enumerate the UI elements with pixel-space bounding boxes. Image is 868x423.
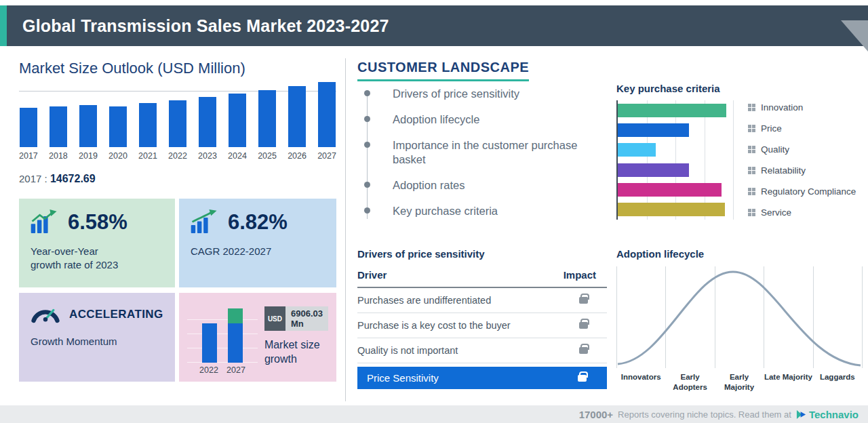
year-label: 2019 — [79, 151, 98, 161]
kpc-bar-relatability — [618, 163, 689, 177]
stat-cards: 6.58% Year-over-Yeargrowth rate of 2023 … — [19, 199, 336, 382]
cagr-caption: CAGR 2022-2027 — [191, 245, 325, 258]
market-size-bar-group: 2020 — [108, 106, 127, 161]
market-size-bar-group: 2021 — [138, 103, 157, 161]
yoy-growth-caption: Year-over-Yeargrowth rate of 2023 — [31, 245, 163, 272]
year-label: 2018 — [49, 151, 68, 161]
kpc-bar-regulatory-compliance — [618, 183, 722, 197]
customer-landscape-item: Adoption rates — [364, 178, 603, 193]
mini-bar-growth-segment — [228, 308, 243, 323]
footer-text: Reports covering niche topics. Read them… — [618, 409, 791, 420]
timeline-label: Adoption rates — [393, 179, 465, 191]
kpc-gridline — [647, 100, 648, 220]
legend-item: Price — [748, 123, 856, 134]
legend-grid-icon — [748, 188, 755, 195]
kpc-bar-innovation — [618, 104, 726, 117]
year-label: 2021 — [138, 151, 157, 161]
customer-landscape-list: Drivers of price sensitivityAdoption lif… — [364, 87, 603, 230]
timeline-dot — [364, 207, 370, 214]
legend-item: Service — [748, 207, 856, 218]
year-label: 2023 — [198, 151, 217, 161]
market-size-bar-group: 2024 — [228, 94, 247, 161]
adoption-stage-labels: InnovatorsEarly AdoptersEarly MajorityLa… — [616, 372, 862, 392]
header: Global Transmission Sales Market 2023-20… — [0, 5, 868, 46]
adoption-lifecycle-title: Adoption lifecycle — [616, 248, 862, 260]
bar-chart-up-arrow-icon — [31, 209, 59, 236]
customer-landscape-item: Importance in the customer purchase bask… — [364, 138, 603, 168]
timeline-dot — [364, 142, 370, 148]
market-size-bar-2019 — [79, 105, 97, 147]
timeline-dot — [364, 182, 370, 188]
al-gridline — [862, 266, 863, 368]
legend-label: Quality — [761, 144, 789, 155]
header-accent-bar — [0, 5, 7, 46]
base-year-label: 2017 — [19, 173, 41, 184]
cagr-card: 6.82% CAGR 2022-2027 — [179, 199, 336, 287]
customer-landscape-title: CUSTOMER LANDSCAPE — [357, 60, 529, 81]
adoption-stage-label: Early Majority — [715, 372, 764, 392]
market-size-bar-2018 — [50, 106, 67, 147]
customer-landscape-item: Drivers of price sensitivity — [364, 87, 603, 102]
kpc-gridline — [733, 100, 734, 220]
footer: 17000+ Reports covering niche topics. Re… — [0, 405, 868, 423]
customer-landscape-section: CUSTOMER LANDSCAPE Drivers of price sens… — [357, 60, 861, 401]
legend-item: Quality — [748, 144, 856, 155]
market-size-bar-2022 — [169, 100, 186, 147]
mini-year-start: 2022 — [197, 365, 220, 375]
timeline-label: Importance in the customer purchase bask… — [393, 139, 577, 166]
growth-amount-badge: USD 6906.03 Mn — [264, 306, 328, 331]
driver-table-rows: Purchases are undifferentiatedPurchase i… — [357, 288, 607, 363]
timeline-label: Adoption lifecycle — [393, 113, 479, 125]
market-size-bar-group: 2017 — [19, 108, 38, 161]
driver-row: Purchases are undifferentiated — [357, 288, 607, 313]
adoption-stage-label: Laggards — [813, 372, 862, 392]
market-size-bars: 2017201820192020202120222023202420252026… — [19, 93, 336, 161]
mini-year-end: 2027 — [224, 365, 248, 375]
year-label: 2026 — [288, 151, 307, 161]
driver-row: Purchase is a key cost to the buyer — [357, 313, 607, 338]
market-size-bar-2020 — [109, 106, 127, 147]
growth-mini-chart: 2022 2027 — [187, 300, 258, 375]
base-year-separator: : — [41, 173, 50, 184]
price-sensitivity-title: Drivers of price sensitivity — [357, 248, 607, 260]
legend-label: Price — [761, 123, 782, 134]
market-size-bar-2021 — [139, 103, 157, 147]
legend-grid-icon — [748, 167, 755, 174]
kpc-legend: InnovationPriceQualityRelatabilityRegula… — [748, 100, 856, 220]
year-label: 2027 — [317, 151, 336, 161]
kpc-bar-price — [618, 123, 689, 137]
legend-label: Innovation — [761, 102, 803, 113]
legend-label: Regulatory Compliance — [761, 186, 856, 197]
timeline-dot — [364, 116, 370, 122]
market-size-bar-2026 — [288, 86, 306, 147]
kpc-title: Key purchase criteria — [616, 83, 862, 94]
driver-column-header: Driver — [357, 269, 387, 281]
kpc-chart — [616, 100, 733, 220]
yoy-growth-value: 6.58% — [68, 210, 127, 235]
base-year-line: 2017 : 14672.69 — [19, 173, 336, 185]
year-label: 2022 — [168, 151, 187, 161]
legend-item: Regulatory Compliance — [748, 186, 856, 197]
highlight-label: Price Sensitivity — [367, 372, 439, 384]
adoption-lifecycle-block: Adoption lifecycle InnovatorsEarly Adopt… — [616, 248, 862, 392]
market-size-bar-2024 — [229, 94, 246, 147]
growth-momentum-card: ACCELERATING Growth Momentum — [19, 293, 175, 382]
legend-item: Relatability — [748, 165, 856, 176]
corner-fold-decoration — [841, 20, 868, 52]
price-sensitivity-highlight-row[interactable]: Price Sensitivity — [357, 367, 607, 389]
kpc-gridline — [705, 100, 705, 220]
market-size-bar-group: 2019 — [79, 105, 98, 161]
bar-chart-trend-icon — [191, 209, 219, 236]
market-size-chart: 2017201820192020202120222023202420252026… — [19, 91, 336, 161]
customer-landscape-item: Adoption lifecycle — [364, 113, 603, 127]
badge-value: 6906.03 Mn — [285, 306, 328, 331]
legend-grid-icon — [748, 104, 755, 111]
lock-icon — [578, 375, 587, 382]
technavio-logo[interactable]: Technavio — [796, 409, 859, 420]
impact-column-header: Impact — [564, 269, 607, 281]
market-size-bar-group: 2027 — [317, 82, 336, 161]
bell-curve — [616, 266, 862, 368]
mini-bar-base-segment — [228, 323, 243, 363]
market-size-bar-group: 2026 — [288, 86, 307, 161]
market-size-bar-2027 — [318, 82, 336, 147]
